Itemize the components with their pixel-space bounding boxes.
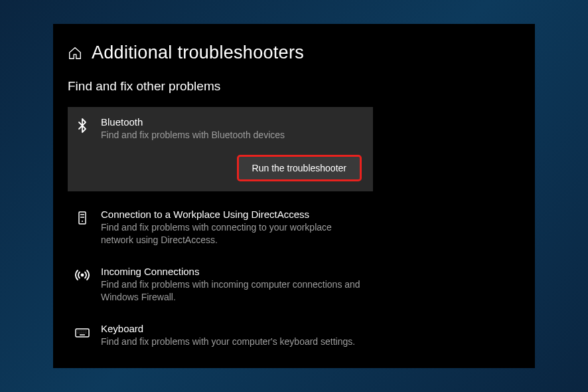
item-text: Keyboard Find and fix problems with your… — [101, 323, 366, 349]
troubleshooter-item-directaccess[interactable]: Connection to a Workplace Using DirectAc… — [68, 199, 373, 256]
svg-point-4 — [82, 274, 84, 276]
section-title: Find and fix other problems — [68, 79, 520, 94]
workplace-icon — [74, 210, 90, 226]
home-icon[interactable] — [68, 46, 82, 60]
bluetooth-icon — [74, 118, 90, 134]
item-text: Connection to a Workplace Using DirectAc… — [101, 209, 366, 247]
item-text: Bluetooth Find and fix problems with Blu… — [101, 116, 366, 142]
troubleshooter-item-keyboard[interactable]: Keyboard Find and fix problems with your… — [68, 314, 373, 358]
page-header: Additional troubleshooters — [68, 43, 520, 63]
item-title: Keyboard — [101, 323, 366, 334]
page-title: Additional troubleshooters — [92, 43, 304, 63]
item-title: Bluetooth — [101, 116, 366, 128]
item-title: Incoming Connections — [101, 266, 366, 277]
item-desc: Find and fix problems with connecting to… — [101, 221, 366, 247]
item-desc: Find and fix problems with your computer… — [101, 336, 366, 349]
incoming-connections-icon — [74, 267, 90, 283]
run-troubleshooter-button[interactable]: Run the troubleshooter — [239, 157, 360, 179]
item-desc: Find and fix problems with incoming comp… — [101, 278, 366, 304]
item-text: Incoming Connections Find and fix proble… — [101, 266, 366, 304]
svg-rect-0 — [79, 212, 86, 224]
run-button-wrap: Run the troubleshooter — [74, 157, 366, 179]
item-title: Connection to a Workplace Using DirectAc… — [101, 209, 366, 220]
troubleshooter-list: Bluetooth Find and fix problems with Blu… — [68, 107, 520, 358]
keyboard-icon — [74, 324, 90, 340]
settings-window: Additional troubleshooters Find and fix … — [53, 24, 535, 368]
troubleshooter-item-incoming[interactable]: Incoming Connections Find and fix proble… — [68, 256, 373, 314]
troubleshooter-item-bluetooth[interactable]: Bluetooth Find and fix problems with Blu… — [68, 107, 373, 191]
item-desc: Find and fix problems with Bluetooth dev… — [101, 129, 366, 142]
